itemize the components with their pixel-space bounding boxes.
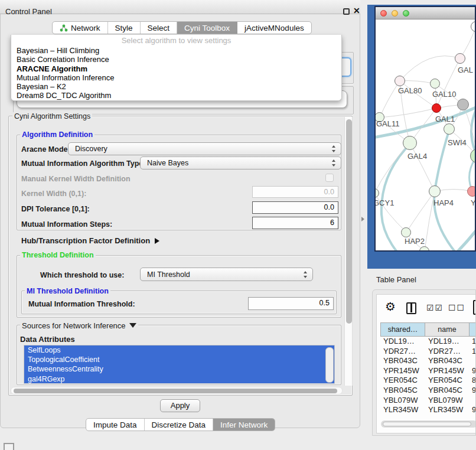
node-label-gal4: GAL4 bbox=[407, 152, 427, 161]
tab-discretize-data[interactable]: Discretize Data bbox=[145, 419, 214, 431]
table-row[interactable]: YDR27…YDR27…12 bbox=[380, 347, 476, 357]
close-traffic-light-icon[interactable] bbox=[380, 10, 387, 17]
aracne-mode-label: Aracne Mode: bbox=[21, 145, 70, 154]
network-node-gal80[interactable] bbox=[395, 76, 405, 86]
collapsed-arrow-icon bbox=[155, 238, 159, 244]
column-split-icon[interactable] bbox=[406, 302, 416, 314]
dropdown-item[interactable]: Bayesian – Hill Climbing bbox=[11, 46, 341, 55]
cell-shared-name: YIL052C bbox=[383, 415, 426, 417]
expanded-arrow-icon bbox=[129, 323, 136, 328]
cell-value: 12 bbox=[472, 347, 476, 357]
apply-button[interactable]: Apply bbox=[160, 399, 200, 412]
algorithm-definition-title: Algorithm Definition bbox=[20, 131, 94, 139]
dropdown-item[interactable]: Dream8 DC_TDC Algorithm bbox=[11, 91, 341, 100]
table-row[interactable]: YPR145WYPR145W9. bbox=[380, 366, 476, 376]
tab-style[interactable]: Style bbox=[108, 22, 141, 34]
attribute-item-selected[interactable]: gal4RGexp bbox=[24, 374, 334, 384]
which-threshold-combobox[interactable]: MI Threshold bbox=[140, 268, 313, 281]
column-header-partial[interactable]: A bbox=[469, 322, 476, 337]
table-row[interactable]: YIL052CYIL052C9 bbox=[380, 415, 476, 417]
cell-name: YBR045C bbox=[428, 386, 471, 396]
table-row[interactable]: YDL19…YDL19…13 bbox=[380, 337, 476, 347]
mi-algorithm-type-combobox[interactable]: Naive Bayes bbox=[140, 156, 341, 169]
table-horizontal-scrollbar[interactable] bbox=[381, 420, 476, 428]
network-node-gal10[interactable] bbox=[430, 79, 440, 89]
table-row[interactable]: YER054CYER054C8. bbox=[380, 376, 476, 386]
mi-steps-label: Mutual Information Steps: bbox=[21, 220, 112, 229]
tab-cyni-toolbox[interactable]: Cyni Toolbox bbox=[177, 22, 237, 34]
mi-steps-field[interactable]: 6 bbox=[252, 217, 338, 229]
tab-discretize-data-label: Discretize Data bbox=[152, 420, 206, 429]
attribute-item-selected[interactable]: BetweennessCentrality bbox=[24, 364, 334, 374]
column-header-shared-name[interactable]: shared… bbox=[380, 322, 425, 337]
network-window[interactable]: GAL GAL80 GAL10 GAL1 GAL11 GAL4 SWI4 GCY… bbox=[374, 6, 476, 252]
table-panel: ⚙ ☑☑ ☐☐ shared… name A YDL19…YDL19…13 YD… bbox=[372, 289, 476, 436]
node-label-hap4: HAP4 bbox=[433, 198, 454, 207]
zoom-traffic-light-icon[interactable] bbox=[403, 10, 409, 17]
cell-shared-name: YPR145W bbox=[383, 366, 426, 376]
table-horizontal-scrollbar-thumb[interactable] bbox=[383, 422, 471, 426]
cell-name: YBR043C bbox=[428, 356, 471, 366]
aracne-mode-combobox[interactable]: Discovery bbox=[68, 142, 341, 155]
attribute-list-scrollbar[interactable] bbox=[325, 347, 334, 383]
mi-threshold-field[interactable]: 0.5 bbox=[248, 297, 334, 310]
tab-infer-network[interactable]: Infer Network bbox=[213, 419, 275, 431]
manual-kernel-width-checkbox[interactable] bbox=[325, 174, 334, 182]
network-node[interactable] bbox=[444, 123, 455, 135]
table-row[interactable]: YBR043CYBR043C bbox=[380, 356, 476, 366]
network-node[interactable] bbox=[455, 53, 465, 64]
splitter-collapse-arrow[interactable] bbox=[361, 217, 364, 221]
network-node-gal4[interactable] bbox=[403, 136, 417, 150]
sources-toggle[interactable]: Sources for Network Inference bbox=[20, 321, 138, 330]
which-threshold-label: Which threshold to use: bbox=[40, 271, 124, 279]
tab-network[interactable]: Network bbox=[53, 22, 108, 34]
settings-vertical-scrollbar[interactable] bbox=[344, 117, 353, 386]
column-header-name[interactable]: name bbox=[425, 322, 470, 337]
tab-jactivemnodules[interactable]: jActiveMNodules bbox=[237, 22, 311, 34]
network-node-hap4[interactable] bbox=[429, 185, 441, 197]
unchecked-pair-icon[interactable]: ☐☐ bbox=[448, 303, 465, 312]
float-panel-icon[interactable] bbox=[343, 8, 350, 15]
network-node-gray[interactable] bbox=[457, 99, 469, 110]
network-node-gal1[interactable] bbox=[432, 103, 441, 113]
cell-value: 9. bbox=[472, 366, 476, 376]
mi-algorithm-type-value: Naive Bayes bbox=[141, 159, 188, 167]
checked-pair-icon[interactable]: ☑☑ bbox=[426, 303, 444, 312]
tab-jactivemnodules-label: jActiveMNodules bbox=[244, 24, 304, 32]
settings-horizontal-scrollbar-thumb[interactable] bbox=[14, 389, 337, 393]
cell-name: YIL052C bbox=[428, 415, 471, 417]
dropdown-item[interactable]: Mutual Information Inference bbox=[11, 73, 341, 82]
close-icon[interactable]: ✕ bbox=[353, 6, 360, 15]
table-row[interactable]: YBL079WYBL079W bbox=[380, 396, 476, 406]
cell-value: 9. bbox=[472, 386, 476, 396]
minimize-traffic-light-icon[interactable] bbox=[392, 10, 398, 17]
tab-select[interactable]: Select bbox=[141, 22, 178, 34]
cell-name: YDL19… bbox=[428, 337, 471, 347]
cell-name: YDR27… bbox=[428, 347, 471, 357]
table-row[interactable]: YLR345WYLR345W9. bbox=[380, 405, 476, 415]
network-node-hap2[interactable] bbox=[401, 227, 411, 237]
table-row[interactable]: YBR045CYBR045C9. bbox=[380, 386, 476, 396]
cell-value: 13 bbox=[472, 337, 476, 347]
attribute-item-selected[interactable]: SelfLoops bbox=[24, 345, 334, 355]
settings-vertical-scrollbar-thumb[interactable] bbox=[346, 119, 352, 324]
cell-shared-name: YBL079W bbox=[383, 396, 426, 406]
mi-algorithm-type-label: Mutual Information Algorithm Type: bbox=[21, 159, 145, 168]
dropdown-item-selected[interactable]: ARACNE Algorithm bbox=[11, 64, 341, 73]
network-canvas[interactable]: GAL GAL80 GAL10 GAL1 GAL11 GAL4 SWI4 GCY… bbox=[376, 19, 475, 250]
dropdown-item[interactable]: Bayesian – K2 bbox=[11, 82, 341, 91]
dropdown-item[interactable]: Basic Correlation Inference bbox=[11, 55, 341, 64]
settings-horizontal-scrollbar[interactable] bbox=[11, 387, 343, 394]
node-label-gal11: GAL11 bbox=[376, 119, 400, 128]
which-threshold-value: MI Threshold bbox=[141, 270, 190, 279]
document-icon[interactable] bbox=[473, 300, 476, 315]
hub-definition-toggle[interactable]: Hub/Transcription Factor Definition bbox=[21, 236, 159, 245]
network-node-salmon[interactable] bbox=[467, 186, 475, 197]
dpi-tolerance-field[interactable]: 0.0 bbox=[252, 201, 338, 214]
minimized-panel-icon[interactable] bbox=[4, 443, 14, 450]
tab-impute-data[interactable]: Impute Data bbox=[86, 419, 145, 431]
kernel-width-field[interactable]: 0.0 bbox=[252, 186, 338, 198]
attribute-item-selected[interactable]: TopologicalCoefficient bbox=[24, 355, 334, 364]
gear-icon[interactable]: ⚙ bbox=[385, 299, 396, 314]
network-window-titlebar[interactable] bbox=[376, 7, 475, 19]
